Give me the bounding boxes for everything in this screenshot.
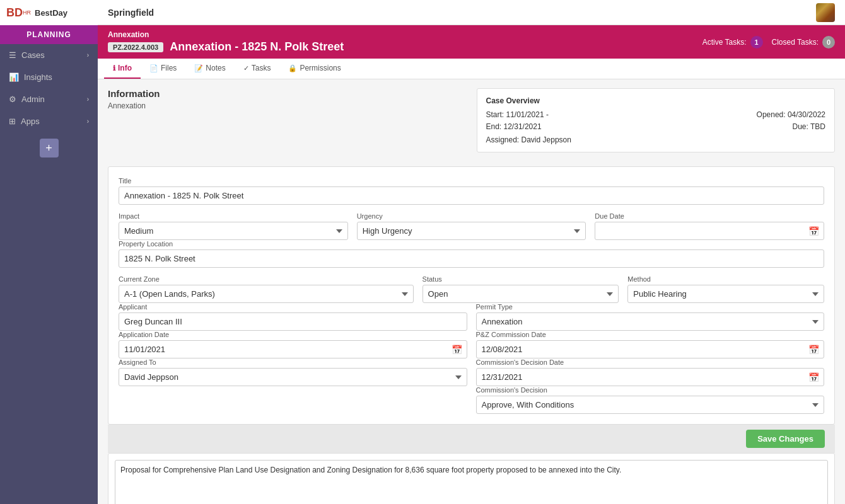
permit-type-label: Permit Type bbox=[476, 303, 825, 311]
logo-hr: HR bbox=[23, 9, 31, 16]
applicant-input[interactable] bbox=[119, 312, 467, 331]
apps-icon: ⊞ bbox=[9, 117, 16, 126]
tab-tasks[interactable]: ✓ Tasks bbox=[235, 59, 280, 79]
notes-tab-icon: 📝 bbox=[194, 64, 203, 72]
tab-files[interactable]: 📄 Files bbox=[141, 59, 185, 79]
case-title: Annexation - 1825 N. Polk Street bbox=[170, 40, 344, 54]
case-header-left: Annexation PZ.2022.4.003 Annexation - 18… bbox=[108, 30, 344, 54]
title-input[interactable] bbox=[119, 186, 824, 205]
permit-type-select[interactable]: Annexation Rezoning Variance bbox=[476, 312, 825, 331]
due-date-calendar-icon[interactable]: 📅 bbox=[808, 226, 819, 236]
insights-icon: 📊 bbox=[9, 72, 19, 82]
section-title: Information bbox=[108, 88, 467, 99]
commissions-decision-date-wrapper: 📅 bbox=[476, 368, 825, 386]
form-col-urgency: Urgency High Urgency Low Urgency Medium … bbox=[357, 212, 586, 240]
logo-bd: BD bbox=[6, 6, 23, 20]
tab-permissions[interactable]: 🔒 Permissions bbox=[279, 59, 349, 79]
notes-textarea[interactable]: Proposal for Comprehensive Plan Land Use… bbox=[115, 460, 828, 504]
avatar bbox=[816, 3, 835, 22]
applicant-label: Applicant bbox=[119, 303, 467, 311]
pz-commission-date-input[interactable] bbox=[476, 340, 825, 358]
commissions-decision-calendar-icon[interactable]: 📅 bbox=[808, 372, 819, 382]
case-type: Annexation bbox=[108, 30, 344, 39]
sidebar-item-cases[interactable]: ☰ Cases › bbox=[0, 44, 98, 66]
active-tasks-label: Active Tasks: bbox=[702, 38, 747, 47]
application-date-input[interactable] bbox=[119, 340, 467, 358]
admin-chevron-icon: › bbox=[87, 96, 89, 103]
closed-tasks-counter: Closed Tasks: 0 bbox=[772, 36, 835, 49]
form-card: Title Impact Medium Low High Urgency Hig… bbox=[108, 166, 835, 425]
permissions-tab-icon: 🔒 bbox=[288, 64, 297, 72]
apps-chevron-icon: › bbox=[87, 118, 89, 125]
sidebar-item-insights[interactable]: 📊 Insights bbox=[0, 66, 98, 88]
form-col-pz-commission-date: P&Z Commission Date 📅 bbox=[476, 331, 825, 358]
overview-end: End: 12/31/2021 bbox=[486, 121, 549, 133]
overview-assigned: Assigned: David Jeppson bbox=[486, 135, 826, 144]
method-select[interactable]: Public Hearing Administrative Legislativ… bbox=[627, 285, 824, 303]
topbar-city: Springfield bbox=[108, 8, 154, 18]
form-row-impact-urgency-due: Impact Medium Low High Urgency High Urge… bbox=[119, 212, 824, 240]
form-row-commissions-decision: Commission's Decision Approve, With Cond… bbox=[119, 386, 824, 414]
files-tab-icon: 📄 bbox=[149, 64, 158, 72]
overview-start: Start: 11/01/2021 - bbox=[486, 109, 549, 121]
urgency-label: Urgency bbox=[357, 212, 586, 220]
content-area: Information Annexation Case Overview Sta… bbox=[98, 79, 845, 504]
form-col-impact: Impact Medium Low High bbox=[119, 212, 348, 240]
sidebar-item-apps[interactable]: ⊞ Apps › bbox=[0, 110, 98, 132]
method-label: Method bbox=[627, 275, 824, 283]
status-label: Status bbox=[422, 275, 619, 283]
form-group-title: Title bbox=[119, 177, 824, 205]
case-overview: Case Overview Start: 11/01/2021 - End: 1… bbox=[477, 88, 836, 152]
due-date-input[interactable] bbox=[595, 222, 824, 240]
tab-tasks-label: Tasks bbox=[252, 64, 271, 72]
save-changes-button[interactable]: Save Changes bbox=[746, 430, 825, 448]
assigned-to-select[interactable]: David Jeppson John Smith bbox=[119, 368, 467, 386]
case-title-row: PZ.2022.4.003 Annexation - 1825 N. Polk … bbox=[108, 40, 344, 54]
topbar: Springfield bbox=[98, 0, 845, 25]
due-date-label: Due Date bbox=[595, 212, 824, 220]
sidebar-item-label-cases: Cases bbox=[21, 50, 45, 60]
cases-chevron-icon: › bbox=[87, 52, 89, 59]
active-tasks-counter: Active Tasks: 1 bbox=[702, 36, 763, 49]
commissions-decision-date-label: Commission's Decision Date bbox=[476, 358, 825, 366]
tab-notes-label: Notes bbox=[206, 64, 225, 72]
current-zone-label: Current Zone bbox=[119, 275, 414, 283]
form-row-applicant-permit: Applicant Permit Type Annexation Rezonin… bbox=[119, 303, 824, 331]
property-location-label: Property Location bbox=[119, 240, 824, 248]
case-id-badge: PZ.2022.4.003 bbox=[108, 42, 163, 52]
cases-icon: ☰ bbox=[9, 50, 16, 60]
form-col-applicant: Applicant bbox=[119, 303, 467, 331]
commissions-decision-date-input[interactable] bbox=[476, 368, 825, 386]
impact-select[interactable]: Medium Low High bbox=[119, 222, 348, 240]
section-subtitle: Annexation bbox=[108, 101, 467, 110]
sidebar-planning-label: PLANNING bbox=[0, 25, 98, 44]
pz-commission-calendar-icon[interactable]: 📅 bbox=[808, 345, 819, 355]
tasks-tab-icon: ✓ bbox=[243, 64, 249, 72]
form-row-zone-status-method: Current Zone A-1 (Open Lands, Parks) R-1… bbox=[119, 275, 824, 303]
urgency-select[interactable]: High Urgency Low Urgency Medium Urgency bbox=[357, 222, 586, 240]
save-area: Save Changes bbox=[108, 425, 835, 453]
sidebar-item-label-insights: Insights bbox=[24, 72, 52, 82]
assigned-to-label: Assigned To bbox=[119, 358, 467, 366]
form-col-commissions-decision-date: Commission's Decision Date 📅 bbox=[476, 358, 825, 386]
tab-info[interactable]: ℹ Info bbox=[104, 59, 141, 79]
commissions-decision-select[interactable]: Approve, With Conditions Approve Deny bbox=[476, 396, 825, 414]
tab-permissions-label: Permissions bbox=[300, 64, 341, 72]
overview-due: Due: TBD bbox=[757, 121, 825, 133]
due-date-wrapper: 📅 bbox=[595, 222, 824, 240]
tab-notes[interactable]: 📝 Notes bbox=[185, 59, 234, 79]
title-label: Title bbox=[119, 177, 824, 185]
sidebar-item-admin[interactable]: ⚙ Admin › bbox=[0, 88, 98, 110]
property-location-input[interactable] bbox=[119, 249, 824, 268]
overview-opened: Opened: 04/30/2022 bbox=[757, 109, 825, 121]
current-zone-select[interactable]: A-1 (Open Lands, Parks) R-1 (Residential… bbox=[119, 285, 414, 303]
avatar-image bbox=[816, 3, 835, 22]
notes-section: Proposal for Comprehensive Plan Land Use… bbox=[108, 453, 835, 504]
add-button[interactable]: + bbox=[40, 139, 59, 158]
main-content: Springfield Annexation PZ.2022.4.003 Ann… bbox=[98, 0, 845, 504]
active-tasks-badge: 1 bbox=[750, 36, 763, 49]
application-date-calendar-icon[interactable]: 📅 bbox=[452, 345, 462, 355]
form-col-assigned-to: Assigned To David Jeppson John Smith bbox=[119, 358, 467, 386]
status-select[interactable]: Open Closed Pending bbox=[422, 285, 619, 303]
pz-commission-date-label: P&Z Commission Date bbox=[476, 331, 825, 338]
